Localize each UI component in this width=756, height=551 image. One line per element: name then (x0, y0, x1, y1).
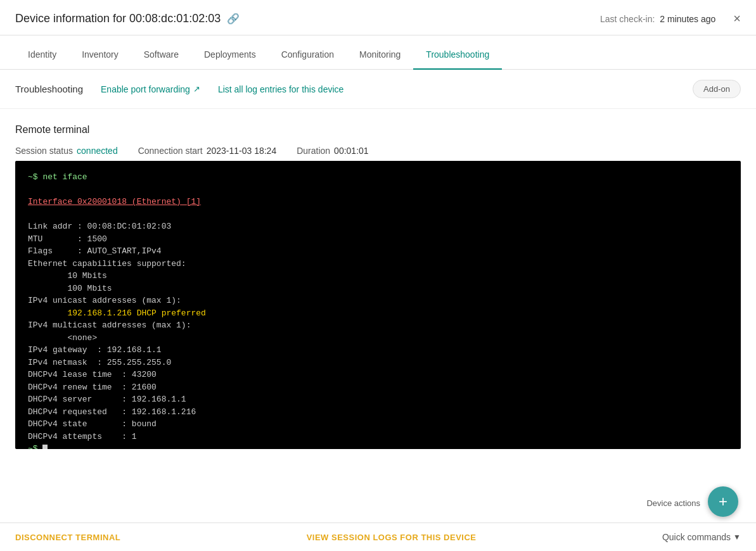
device-title: Device information for 00:08:dc:01:02:03 (15, 12, 221, 25)
checkin-label: Last check-in: (600, 14, 655, 24)
connection-start-value: 2023-11-03 18:24 (207, 146, 277, 156)
tab-troubleshooting[interactable]: Troubleshooting (413, 41, 502, 70)
session-status-label: Session status (15, 146, 73, 156)
section-label: Troubleshooting (15, 84, 83, 94)
tab-identity[interactable]: Identity (15, 41, 69, 70)
tab-inventory[interactable]: Inventory (69, 41, 131, 70)
header-left: Device information for 00:08:dc:01:02:03… (15, 12, 240, 25)
connection-start-label: Connection start (138, 146, 203, 156)
tab-software[interactable]: Software (131, 41, 191, 70)
footer: DISCONNECT TERMINAL VIEW SESSION LOGS FO… (0, 522, 756, 551)
fab-icon: + (719, 493, 727, 510)
session-status-value: connected (77, 146, 118, 156)
link-icon[interactable]: 🔗 (227, 13, 240, 25)
tab-monitoring[interactable]: Monitoring (347, 41, 413, 70)
quick-commands-button[interactable]: Quick commands ▼ (662, 532, 741, 542)
view-session-logs-button[interactable]: VIEW SESSION LOGS FOR THIS DEVICE (307, 533, 477, 542)
terminal[interactable]: ~$ net iface Interface 0x20001018 (Ether… (15, 161, 741, 449)
tab-bar: Identity Inventory Software Deployments … (0, 41, 756, 70)
checkin-value: 2 minutes ago (660, 14, 715, 24)
quick-commands-label: Quick commands (662, 532, 731, 542)
header: Device information for 00:08:dc:01:02:03… (0, 0, 756, 35)
log-entries-link[interactable]: List all log entries for this device (218, 84, 343, 94)
addon-button[interactable]: Add-on (693, 80, 741, 98)
session-status-bar: Session status connected Connection star… (15, 146, 741, 156)
chevron-down-icon: ▼ (733, 533, 741, 542)
disconnect-terminal-button[interactable]: DISCONNECT TERMINAL (15, 533, 120, 542)
main-content: Remote terminal Session status connected… (0, 109, 756, 449)
toolbar: Troubleshooting Enable port forwarding ↗… (0, 70, 756, 109)
device-actions-label: Device actions (646, 498, 700, 508)
tab-configuration[interactable]: Configuration (269, 41, 347, 70)
duration-label: Duration (297, 146, 330, 156)
port-forwarding-label: Enable port forwarding (101, 84, 190, 94)
external-link-icon: ↗ (193, 84, 200, 94)
duration-value: 00:01:01 (334, 146, 369, 156)
fab-button[interactable]: + (708, 486, 738, 517)
port-forwarding-link[interactable]: Enable port forwarding ↗ (101, 84, 200, 94)
tab-deployments[interactable]: Deployments (191, 41, 269, 70)
close-button[interactable]: × (733, 11, 741, 26)
header-right: Last check-in: 2 minutes ago × (600, 11, 741, 26)
remote-terminal-title: Remote terminal (15, 124, 741, 136)
